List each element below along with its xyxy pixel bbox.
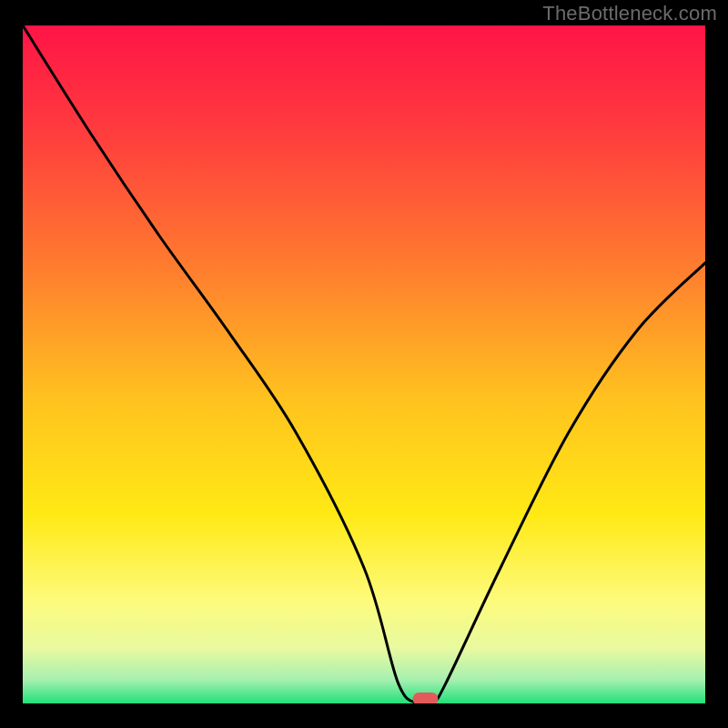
gradient-background	[23, 25, 705, 703]
plot-area	[23, 25, 705, 703]
bottleneck-chart-svg	[23, 25, 705, 703]
chart-frame: TheBottleneck.com	[0, 0, 728, 728]
attribution-text: TheBottleneck.com	[542, 2, 717, 25]
bottleneck-marker	[413, 693, 439, 703]
